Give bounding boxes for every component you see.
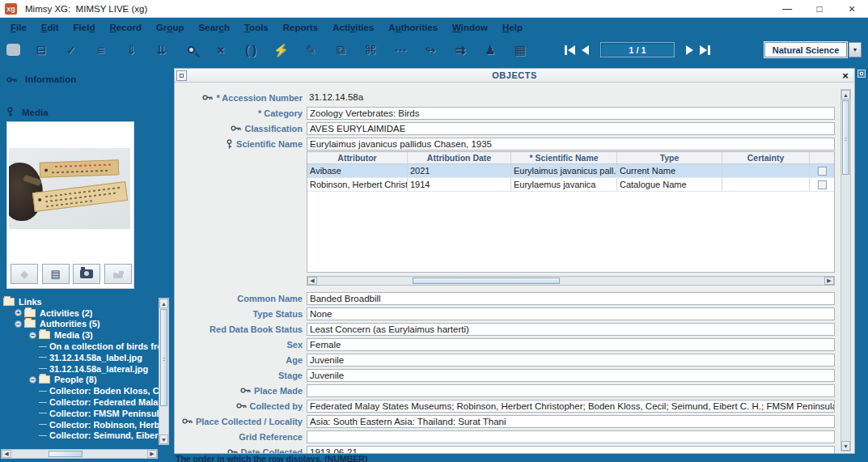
tree-item-authorities[interactable]: Authorities (5)	[40, 319, 100, 328]
common-name-field[interactable]: Banded Broadbill	[307, 292, 835, 305]
scroll-down-icon[interactable]: ▼	[159, 434, 168, 444]
column-header[interactable]: Attributor	[307, 152, 408, 163]
menu-reports[interactable]: Reports	[276, 20, 325, 35]
tree-collapse-icon[interactable]: −	[15, 320, 22, 328]
scroll-up-icon[interactable]: ▲	[159, 299, 168, 308]
table-horizontal-scrollbar[interactable]: ◀ ▶	[307, 276, 835, 286]
first-record-button[interactable]	[565, 45, 575, 55]
insert-record-icon[interactable]: ⇓	[122, 42, 140, 58]
run-search-icon[interactable]: ⚡	[272, 42, 290, 58]
scroll-down-icon[interactable]: ▼	[841, 441, 850, 451]
view-selector[interactable]: Natural Science	[764, 42, 847, 57]
menu-group[interactable]: Group	[149, 20, 192, 35]
view-record-icon[interactable]: ≡	[92, 42, 110, 58]
media-camera-button[interactable]	[73, 264, 100, 284]
next-record-button[interactable]	[686, 45, 693, 55]
ditto-record-icon[interactable]: ⇊	[152, 42, 170, 58]
media-approve-button[interactable]	[104, 264, 132, 284]
category-field[interactable]: Zoology Vertebrates: Birds	[307, 107, 835, 120]
place-collected-locality-field[interactable]: Asia: South Eastern Asia: Thailand: Sura…	[307, 415, 835, 428]
media-detail-button[interactable]: ▤	[42, 264, 70, 284]
column-header[interactable]: Attribution Date	[408, 152, 511, 163]
stage-field[interactable]: Juvenile	[307, 369, 835, 382]
refine-query-icon[interactable]: ( )	[242, 42, 260, 58]
search-icon[interactable]	[182, 42, 200, 58]
save-icon[interactable]	[6, 44, 20, 56]
sex-field[interactable]: Female	[307, 338, 835, 351]
spell-check-icon[interactable]: ✓	[62, 42, 80, 58]
tree-collapse-icon[interactable]: −	[29, 376, 36, 384]
minimize-button[interactable]: —	[771, 0, 803, 17]
sidebar-scroll-thumb[interactable]	[49, 451, 83, 457]
column-header[interactable]: Type	[617, 152, 722, 163]
menu-record[interactable]: Record	[102, 20, 149, 35]
form-scroll-thumb[interactable]	[842, 100, 849, 175]
panel-close-icon[interactable]: ×	[839, 70, 852, 81]
maximize-button[interactable]: □	[803, 0, 836, 17]
scroll-right-icon[interactable]: ▶	[824, 277, 834, 285]
tree-item-collector[interactable]: Collector: Seimund, Eibert C.	[49, 430, 159, 440]
certainty-checkbox[interactable]	[818, 180, 827, 189]
menu-authorities[interactable]: Authorities	[381, 20, 445, 35]
type-status-field[interactable]: None	[307, 307, 835, 320]
menu-search[interactable]: Search	[192, 20, 237, 35]
certainty-checkbox[interactable]	[818, 167, 827, 176]
table-scroll-thumb[interactable]	[413, 278, 560, 284]
tree-item-people-folder[interactable]: People (8)	[54, 375, 97, 384]
print-icon[interactable]: ⊟	[32, 42, 50, 58]
specimen-photo[interactable]	[9, 148, 130, 229]
media-icon[interactable]: ⧉	[332, 42, 349, 58]
view-selector-dropdown-icon[interactable]: ▼	[849, 42, 862, 57]
tree-item-collector[interactable]: Collector: Robinson, Herbert	[49, 420, 159, 430]
table-row[interactable]: Robinson, Herbert Christ... 1914 Eurylae…	[307, 178, 834, 192]
tree-collapse-icon[interactable]: −	[29, 332, 36, 339]
tree-item-media-file[interactable]: 31.12.14.58a_label.jpg	[49, 353, 142, 362]
table-row[interactable]: Avibase 2021 Eurylaimus javanicus pall..…	[307, 164, 834, 178]
hierarchy-icon[interactable]: ⌘	[362, 42, 379, 58]
menu-tools[interactable]: Tools	[237, 20, 276, 35]
tree-vertical-scrollbar[interactable]: ▲ ▼	[159, 298, 169, 445]
column-header[interactable]: Certainty	[722, 152, 810, 163]
place-made-field[interactable]	[307, 384, 835, 397]
tree-item-media-folder[interactable]: Media (3)	[54, 330, 93, 340]
menu-help[interactable]: Help	[495, 20, 530, 35]
authority-person-icon[interactable]: ♟	[481, 42, 499, 58]
tree-expand-icon[interactable]: +	[15, 309, 22, 316]
lexicon-icon[interactable]: ⋯	[392, 42, 409, 58]
menu-activities[interactable]: Activities	[325, 20, 381, 35]
scroll-left-icon[interactable]: ◀	[307, 277, 317, 285]
previous-record-button[interactable]	[582, 45, 589, 55]
last-record-button[interactable]	[700, 45, 710, 55]
sidebar-horizontal-scrollbar[interactable]: ◀ ▶	[1, 449, 158, 459]
age-field[interactable]: Juvenile	[307, 354, 835, 367]
menu-file[interactable]: File	[3, 20, 34, 35]
media-previous-button[interactable]: ◆	[11, 264, 38, 284]
close-button[interactable]: ×	[836, 0, 868, 17]
tree-item-collector[interactable]: Collector: FMSM Peninsular T	[49, 409, 159, 418]
menu-field[interactable]: Field	[66, 20, 103, 35]
sidebar-item-information[interactable]: Information	[6, 74, 76, 84]
link-records-icon[interactable]: ↬	[421, 42, 439, 58]
grid-reference-field[interactable]	[307, 430, 835, 443]
transfer-icon[interactable]: ⇉	[451, 42, 469, 58]
scroll-left-icon[interactable]: ◀	[2, 450, 11, 458]
form-vertical-scrollbar[interactable]: ▲ ▼	[840, 89, 851, 451]
scientific-name-field[interactable]: Eurylaimus javanicus pallidus Chasen, 19…	[307, 138, 835, 150]
accession-number-field[interactable]: 31.12.14.58a	[307, 91, 835, 104]
scroll-right-icon[interactable]: ▶	[147, 450, 157, 458]
edit-note-icon[interactable]: ✎	[302, 42, 320, 58]
tree-scroll-thumb[interactable]	[160, 309, 167, 406]
tree-item-collector[interactable]: Collector: Boden Kloss, Cecil	[49, 386, 159, 396]
red-data-book-status-field[interactable]: Least Concern (as Eurylaimus harterti)	[307, 323, 835, 336]
menu-edit[interactable]: Edit	[34, 20, 66, 35]
column-header[interactable]: * Scientific Name	[511, 152, 617, 163]
tree-item-media-file[interactable]: 31.12.14.58a_lateral.jpg	[49, 364, 148, 374]
classification-field[interactable]: AVES EURYLAIMIDAE	[307, 122, 835, 135]
date-collected-field[interactable]: 1913-06-21	[307, 446, 835, 454]
menu-window[interactable]: Window	[445, 20, 495, 35]
sidebar-item-media[interactable]: Media	[6, 107, 49, 117]
grid-view-icon[interactable]: ▦	[511, 42, 529, 58]
tree-item-collector[interactable]: Collector: Federated Malay S	[49, 397, 159, 407]
tree-item-media-file[interactable]: On a collection of birds from	[49, 341, 159, 351]
scroll-up-icon[interactable]: ▲	[841, 90, 850, 100]
